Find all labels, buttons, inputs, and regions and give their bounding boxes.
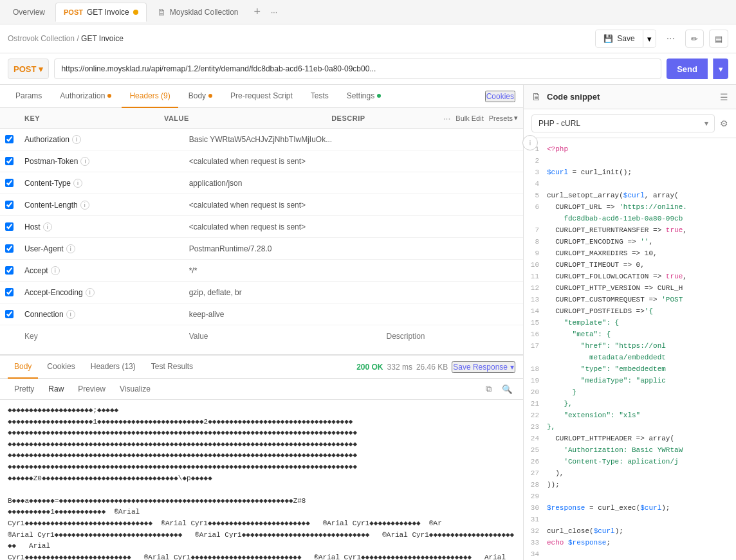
- row-check-9[interactable]: [5, 310, 24, 318]
- line-num: 12: [529, 282, 547, 294]
- new-desc-input[interactable]: [386, 332, 518, 341]
- sidebar-toggle-icon[interactable]: ☰: [720, 92, 728, 102]
- line-code: CURLOPT_ENCODING => '',: [547, 236, 653, 248]
- tab-headers[interactable]: Headers (9): [122, 85, 178, 108]
- checkbox-4[interactable]: [5, 201, 14, 209]
- info-icon-3[interactable]: i: [73, 179, 82, 188]
- tab-pre-request[interactable]: Pre-request Script: [223, 85, 300, 108]
- info-icon-6[interactable]: i: [66, 244, 75, 253]
- tab-settings[interactable]: Settings: [339, 85, 389, 108]
- line-num: 33: [529, 537, 547, 548]
- info-icon-8[interactable]: i: [86, 288, 95, 297]
- subtab-pretty[interactable]: Pretty: [8, 382, 41, 396]
- row-check-6[interactable]: [5, 244, 24, 253]
- key-label-4: Content-Length: [24, 201, 78, 210]
- info-icon-9[interactable]: i: [66, 310, 75, 319]
- bulk-edit-button[interactable]: Bulk Edit: [455, 114, 483, 122]
- cookies-button[interactable]: Cookies: [485, 91, 515, 102]
- pencil-icon: ✏: [691, 34, 698, 44]
- code-line: 9 CURLOPT_MAXREDIRS => 10,: [524, 248, 736, 259]
- url-input[interactable]: [54, 59, 661, 79]
- bottom-tab-body[interactable]: Body: [8, 356, 38, 379]
- save-response-button[interactable]: Save Response ▾: [452, 361, 515, 373]
- row-check-4[interactable]: [5, 201, 24, 209]
- bottom-tab-test-results[interactable]: Test Results: [145, 356, 199, 379]
- line-code: "extension": "xls": [547, 410, 640, 421]
- info-icon-4[interactable]: i: [80, 201, 89, 210]
- tab-get-invoice[interactable]: POST GET Invoice: [55, 3, 147, 22]
- new-tab-button[interactable]: +: [249, 5, 266, 19]
- row-key-6: User-Agent i: [24, 244, 189, 253]
- tab-settings-label: Settings: [347, 91, 374, 100]
- checkbox-8[interactable]: [5, 288, 14, 296]
- checkbox-2[interactable]: [5, 157, 14, 165]
- collection-icon: 🗎: [157, 7, 166, 17]
- tab-authorization[interactable]: Authorization: [52, 85, 119, 108]
- response-actions: ⧉ 🔍: [483, 381, 515, 397]
- tab-params[interactable]: Params: [8, 85, 50, 108]
- method-select[interactable]: POST ▾: [8, 59, 49, 79]
- subtab-visualize[interactable]: Visualize: [113, 382, 157, 396]
- copy-response-button[interactable]: ⧉: [483, 381, 494, 397]
- tab-body[interactable]: Body: [181, 85, 220, 108]
- row-check-1[interactable]: [5, 135, 24, 143]
- search-response-button[interactable]: 🔍: [499, 381, 515, 397]
- save-dropdown-button[interactable]: ▾: [643, 30, 656, 47]
- bottom-tab-headers[interactable]: Headers (13): [84, 356, 142, 379]
- language-select[interactable]: PHP - cURL: [531, 114, 715, 132]
- info-icon-1[interactable]: i: [72, 135, 81, 144]
- tab-moysklad-label: Moysklad Collection: [170, 8, 239, 17]
- code-line: 5curl_setopt_array($curl, array(: [524, 190, 736, 201]
- row-check-2[interactable]: [5, 157, 24, 165]
- more-actions-button[interactable]: ···: [661, 33, 680, 44]
- line-code: metadata/embeddedt: [547, 352, 666, 363]
- send-button[interactable]: Send: [667, 59, 708, 79]
- checkbox-5[interactable]: [5, 222, 14, 231]
- code-settings-button[interactable]: ⚙: [720, 118, 728, 129]
- tab-tests[interactable]: Tests: [303, 85, 336, 108]
- note-button[interactable]: ▤: [709, 30, 728, 48]
- subtab-preview[interactable]: Preview: [71, 382, 112, 396]
- info-icon-2[interactable]: i: [80, 157, 89, 166]
- code-line: 8 CURLOPT_ENCODING => '',: [524, 236, 736, 248]
- save-response-label: Save Response: [453, 363, 508, 372]
- document-icon: 🗎: [531, 91, 542, 103]
- tab-more-button[interactable]: ···: [268, 8, 280, 17]
- tab-overview[interactable]: Overview: [5, 3, 53, 22]
- tab-method-label: POST: [64, 8, 83, 16]
- edit-button[interactable]: ✏: [685, 30, 704, 48]
- table-row: Authorization i Basic YWRtaW5AcHJvZjNhbT…: [0, 129, 523, 150]
- status-size: 26.46 KB: [416, 363, 448, 372]
- row-check-8[interactable]: [5, 288, 24, 296]
- code-line: 34: [524, 548, 736, 560]
- send-dropdown-button[interactable]: ▾: [713, 59, 728, 79]
- checkbox-9[interactable]: [5, 310, 14, 318]
- line-num: 3: [529, 167, 547, 178]
- code-line: 2: [524, 155, 736, 167]
- breadcrumb-collection[interactable]: Ostrovok Collection: [8, 34, 75, 43]
- checkbox-6[interactable]: [5, 244, 14, 253]
- subtab-raw[interactable]: Raw: [42, 382, 70, 396]
- save-button[interactable]: 💾 Save: [596, 30, 642, 47]
- tab-moysklad[interactable]: 🗎 Moysklad Collection: [149, 3, 246, 22]
- presets-button[interactable]: Presets ▾: [489, 114, 518, 122]
- new-key-input[interactable]: [24, 332, 189, 341]
- tab-settings-dot: [377, 94, 381, 98]
- line-num: 4: [529, 178, 547, 190]
- empty-header-row: [0, 325, 523, 347]
- row-check-3[interactable]: [5, 179, 24, 187]
- checkbox-7[interactable]: [5, 266, 14, 275]
- bottom-tab-cookies[interactable]: Cookies: [41, 356, 81, 379]
- checkbox-1[interactable]: [5, 135, 14, 143]
- new-value-input[interactable]: [189, 332, 387, 341]
- row-check-5[interactable]: [5, 222, 24, 231]
- checkbox-3[interactable]: [5, 179, 14, 187]
- line-num: 30: [529, 502, 547, 514]
- info-icon-7[interactable]: i: [51, 266, 60, 275]
- line-num: 10: [529, 259, 547, 271]
- code-line: 20 }: [524, 386, 736, 398]
- table-header: KEY VALUE DESCRIP ··· Bulk Edit Presets …: [0, 108, 523, 129]
- send-chevron-icon: ▾: [719, 64, 723, 74]
- row-check-7[interactable]: [5, 266, 24, 275]
- info-icon-5[interactable]: i: [43, 222, 52, 231]
